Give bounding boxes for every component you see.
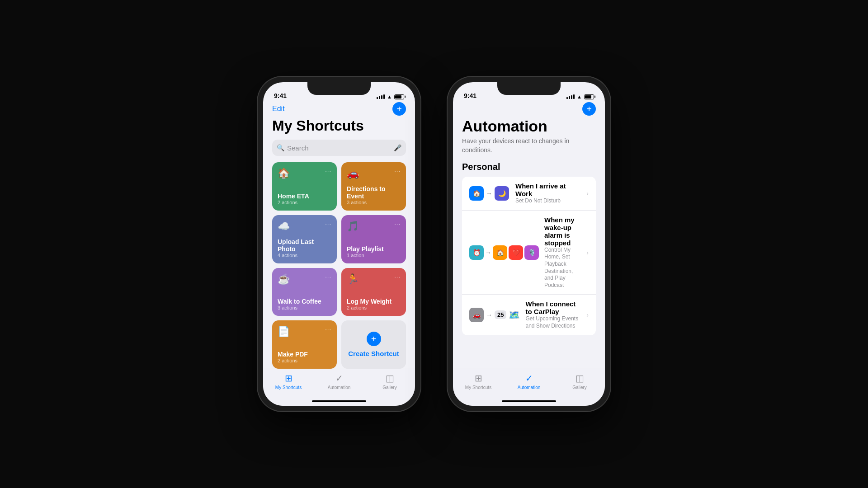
upload-icon: ☁️ [278, 221, 290, 232]
coffee-icon: ☕ [278, 273, 290, 285]
arrive-arrow: → [486, 190, 492, 197]
automation-alarm[interactable]: ⏰ → 🏠 ❤️ 🎙️ When my wake-up alarm is sto… [462, 211, 596, 295]
tab-automation-icon-left: ✓ [335, 373, 343, 384]
create-plus-icon: + [367, 332, 381, 346]
health-icon: ❤️ [509, 245, 523, 260]
tab-bar-right: ⊞ My Shortcuts ✓ Automation ◫ Gallery [453, 369, 605, 406]
tab-gallery-icon-left: ◫ [386, 373, 394, 384]
directions-subtitle: 3 actions [347, 200, 401, 205]
battery-left [394, 94, 404, 99]
shortcuts-content: Edit + My Shortcuts 🔍 Search 🎤 🏠 [263, 102, 415, 369]
add-automation-button[interactable]: + [582, 102, 596, 116]
right-phone: 9:41 ▲ + [448, 77, 610, 411]
time-left: 9:41 [274, 92, 287, 99]
alarm-info: When my wake-up alarm is stopped Control… [544, 216, 581, 289]
auto-header: + [462, 102, 596, 116]
shortcuts-grid: 🏠 ··· Home ETA 2 actions 🚗 ··· [272, 162, 406, 369]
directions-title: Directions to Event [347, 185, 401, 200]
search-placeholder: Search [287, 144, 391, 152]
podcast-icon: 🎙️ [524, 245, 539, 260]
personal-section: Personal [462, 162, 596, 172]
arrive-work-desc: Set Do Not Disturb [515, 197, 581, 205]
carplay-name: When I connect to CarPlay [525, 300, 581, 315]
carplay-icons: 🚗 → 25 🗺️ [469, 308, 520, 322]
edit-button[interactable]: Edit [272, 105, 285, 113]
shortcut-home-eta[interactable]: 🏠 ··· Home ETA 2 actions [272, 162, 337, 211]
pdf-icon: 📄 [278, 326, 290, 338]
time-right: 9:41 [464, 92, 476, 99]
left-phone: 9:41 ▲ Edit [258, 77, 420, 411]
home-arrive-icon: 🏠 [469, 186, 484, 201]
right-phone-screen: 9:41 ▲ + [453, 82, 605, 406]
left-phone-screen: 9:41 ▲ Edit [263, 82, 415, 406]
search-bar[interactable]: 🔍 Search 🎤 [272, 140, 406, 156]
shortcut-pdf[interactable]: 📄 ··· Make PDF 2 actions [272, 320, 337, 369]
create-label: Create Shortcut [348, 350, 399, 357]
weight-subtitle: 2 actions [347, 305, 401, 310]
weight-title: Log My Weight [347, 298, 401, 305]
pdf-subtitle: 2 actions [278, 358, 331, 363]
wifi-left: ▲ [387, 94, 392, 99]
shortcut-coffee[interactable]: ☕ ··· Walk to Coffee 3 actions [272, 268, 337, 316]
carplay-chevron: › [586, 311, 589, 319]
shortcut-playlist[interactable]: 🎵 ··· Play Playlist 1 action [341, 215, 406, 263]
playlist-more[interactable]: ··· [394, 221, 401, 227]
wifi-right: ▲ [577, 94, 582, 99]
home-eta-more[interactable]: ··· [325, 168, 331, 174]
pdf-title: Make PDF [278, 351, 331, 358]
upload-more[interactable]: ··· [325, 221, 331, 227]
carplay-arrow: → [486, 311, 492, 319]
create-shortcut-card[interactable]: + Create Shortcut [341, 320, 406, 369]
pdf-more[interactable]: ··· [325, 326, 331, 333]
status-icons-right: ▲ [566, 94, 594, 99]
signal-left [377, 94, 385, 99]
phones-container: 9:41 ▲ Edit [258, 77, 610, 411]
alarm-chevron: › [586, 249, 589, 256]
tab-gallery-label-right: Gallery [572, 385, 587, 390]
tab-my-shortcuts-left[interactable]: ⊞ My Shortcuts [263, 373, 314, 390]
upload-subtitle: 4 actions [278, 253, 331, 258]
playlist-icon: 🎵 [347, 221, 359, 232]
status-icons-left: ▲ [377, 94, 404, 99]
notch-left [307, 82, 371, 95]
tab-automation-right[interactable]: ✓ Automation [504, 373, 554, 390]
add-shortcut-button[interactable]: + [392, 102, 406, 116]
weight-more[interactable]: ··· [394, 273, 401, 280]
coffee-more[interactable]: ··· [325, 273, 331, 280]
tab-gallery-right[interactable]: ◫ Gallery [554, 373, 605, 390]
tab-automation-label-right: Automation [518, 385, 541, 390]
mic-icon: 🎤 [394, 144, 401, 151]
directions-more[interactable]: ··· [394, 168, 401, 174]
automation-arrive-work[interactable]: 🏠 → 🌙 When I arrive at Work Set Do Not D… [462, 177, 596, 211]
tab-gallery-left[interactable]: ◫ Gallery [364, 373, 415, 390]
home-eta-icon: 🏠 [278, 168, 290, 179]
search-icon: 🔍 [277, 144, 284, 151]
tab-automation-label-left: Automation [328, 385, 351, 390]
battery-right [584, 94, 594, 99]
shortcut-upload[interactable]: ☁️ ··· Upload Last Photo 4 actions [272, 215, 337, 263]
shortcut-weight[interactable]: 🏃 ··· Log My Weight 2 actions [341, 268, 406, 316]
arrive-work-chevron: › [586, 190, 589, 197]
directions-icon: 🚗 [347, 168, 359, 179]
home-eta-title: Home ETA [278, 192, 331, 200]
tab-my-shortcuts-right[interactable]: ⊞ My Shortcuts [453, 373, 504, 390]
coffee-title: Walk to Coffee [278, 298, 331, 305]
map-icon: 🗺️ [509, 310, 520, 320]
tab-shortcuts-icon-right: ⊞ [475, 373, 482, 384]
tab-automation-left[interactable]: ✓ Automation [314, 373, 364, 390]
tab-gallery-label-left: Gallery [382, 385, 397, 390]
tab-automation-icon-right: ✓ [525, 373, 533, 384]
automation-carplay[interactable]: 🚗 → 25 🗺️ When I connect to CarPlay Get … [462, 295, 596, 335]
notch-right [497, 82, 561, 95]
shortcuts-title: My Shortcuts [272, 117, 406, 134]
alarm-clock-icon: ⏰ [469, 245, 484, 260]
carplay-desc: Get Upcoming Events and Show Directions [525, 315, 581, 329]
playlist-title: Play Playlist [347, 245, 401, 253]
home-indicator-right [502, 400, 556, 402]
carplay-info: When I connect to CarPlay Get Upcoming E… [525, 300, 581, 329]
tab-shortcuts-label-right: My Shortcuts [465, 385, 491, 390]
home-eta-subtitle: 2 actions [278, 200, 331, 205]
shortcut-directions[interactable]: 🚗 ··· Directions to Event 3 actions [341, 162, 406, 211]
playlist-subtitle: 1 action [347, 253, 401, 258]
automation-list: 🏠 → 🌙 When I arrive at Work Set Do Not D… [462, 177, 596, 335]
